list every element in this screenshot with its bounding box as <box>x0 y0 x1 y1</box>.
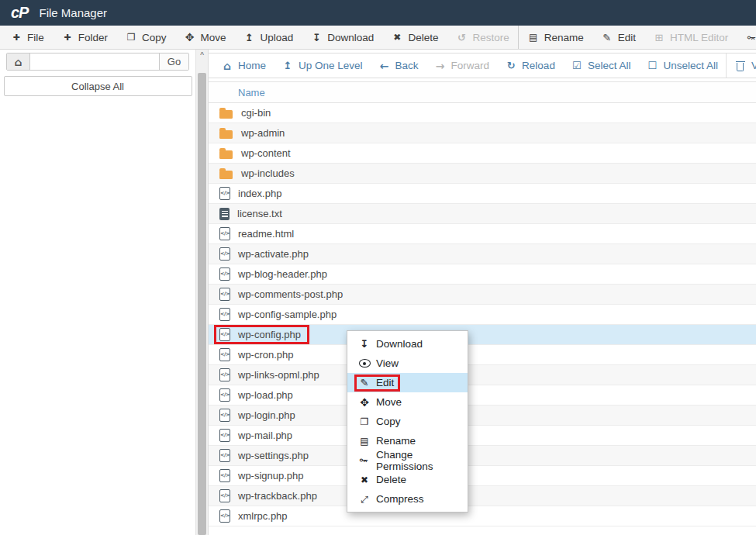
toolbar-button-html-editor[interactable]: HTML Editor <box>644 26 737 49</box>
file-row-wp-admin[interactable]: wp-admin <box>209 123 756 143</box>
sidebar: Go Collapse All <box>0 50 196 535</box>
file-row-wp-signup-php[interactable]: wp-signup.php <box>209 466 756 486</box>
file-row-wp-activate-php[interactable]: wp-activate.php <box>209 244 756 264</box>
toolbar-button-label: Copy <box>142 32 167 43</box>
toolbar-button-permissions[interactable]: Permissions <box>737 26 756 49</box>
toolbar-button-folder[interactable]: Folder <box>53 26 116 49</box>
trash-icon <box>734 60 747 72</box>
delete-icon <box>358 474 371 486</box>
eye-icon <box>358 357 371 370</box>
file-row-wp-cron-php[interactable]: wp-cron.php <box>209 345 756 365</box>
file-row-wp-blog-header-php[interactable]: wp-blog-header.php <box>209 264 756 285</box>
code-file-icon <box>219 489 230 502</box>
tree-scrollbar[interactable]: ^ <box>196 50 209 535</box>
menu-item-target: Delete <box>354 471 413 488</box>
nav-item-label: Up One Level <box>299 60 363 71</box>
nav-item-unselect-all[interactable]: Unselect All <box>638 54 726 78</box>
collapse-all-button[interactable]: Collapse All <box>4 76 192 96</box>
nav-item-reload[interactable]: Reload <box>497 54 563 78</box>
folder-icon <box>219 127 233 140</box>
context-menu-item-download[interactable]: Download <box>347 334 468 354</box>
context-menu-item-compress[interactable]: Compress <box>347 489 468 509</box>
menu-item-label: Change Permissions <box>376 449 461 472</box>
menu-item-target: Edit <box>354 374 400 392</box>
column-header-name[interactable]: Name <box>209 81 756 103</box>
file-list: cgi-bin wp-admin wp-content wp-includes … <box>209 103 756 526</box>
file-name: wp-signup.php <box>238 470 304 482</box>
nav-item-select-all[interactable]: Select All <box>563 54 639 78</box>
file-name: index.php <box>238 188 281 199</box>
menu-item-label: Edit <box>376 377 394 388</box>
file-row-target: wp-config.php <box>214 325 309 344</box>
file-row-wp-config-php[interactable]: wp-config.php <box>209 325 756 345</box>
file-row-wp-login-php[interactable]: wp-login.php <box>209 406 756 426</box>
up-level-icon <box>281 60 294 72</box>
toolbar-button-label: Download <box>327 32 374 43</box>
toolbar-button-copy[interactable]: Copy <box>116 26 175 49</box>
context-menu-item-change-permissions[interactable]: Change Permissions <box>347 450 468 470</box>
path-search-input[interactable] <box>30 54 159 70</box>
file-row-readme-html[interactable]: readme.html <box>209 224 756 244</box>
context-menu: Download View Edit Move Copy Rename Chan… <box>347 330 468 513</box>
file-row-wp-links-opml-php[interactable]: wp-links-opml.php <box>209 365 756 385</box>
toolbar-button-move[interactable]: Move <box>175 26 235 49</box>
nav-item-back[interactable]: Back <box>371 54 426 78</box>
file-row-index-php[interactable]: index.php <box>209 184 756 204</box>
restore-icon <box>455 31 468 43</box>
go-button[interactable]: Go <box>159 54 188 70</box>
file-row-wp-content[interactable]: wp-content <box>209 143 756 164</box>
home-icon <box>12 56 25 68</box>
toolbar-button-file[interactable]: File <box>2 26 53 49</box>
file-row-wp-mail-php[interactable]: wp-mail.php <box>209 426 756 446</box>
file-row-wp-comments-post-php[interactable]: wp-comments-post.php <box>209 285 756 305</box>
file-row-target: index.php <box>214 184 290 203</box>
toolbar-button-label: Folder <box>78 32 108 43</box>
file-name: wp-activate.php <box>238 248 309 260</box>
toolbar-button-edit[interactable]: Edit <box>592 26 644 49</box>
code-file-icon <box>219 469 230 482</box>
rename-icon <box>358 435 371 447</box>
copy-icon <box>358 416 371 428</box>
menu-item-label: Move <box>376 396 402 408</box>
scrollbar-thumb[interactable] <box>198 73 206 535</box>
file-row-target: wp-login.php <box>214 406 304 425</box>
nav-item-up-one-level[interactable]: Up One Level <box>274 54 371 78</box>
context-menu-item-move[interactable]: Move <box>347 392 468 412</box>
toolbar-button-rename[interactable]: Rename <box>518 26 592 49</box>
nav-item-label: Forward <box>451 60 490 71</box>
home-path-button[interactable] <box>7 54 30 70</box>
nav-item-home[interactable]: Home <box>213 54 274 78</box>
file-row-wp-includes[interactable]: wp-includes <box>209 164 756 184</box>
toolbar-button-restore[interactable]: Restore <box>447 26 517 49</box>
text-file-icon <box>219 208 230 220</box>
scroll-up-caret-icon[interactable]: ^ <box>196 51 208 60</box>
context-menu-item-edit[interactable]: Edit <box>347 373 468 392</box>
edit-icon <box>358 377 371 389</box>
main-toolbar: File Folder Copy Move Upload Download De… <box>0 26 756 50</box>
context-menu-item-view[interactable]: View <box>347 354 468 373</box>
cpanel-logo: cP <box>11 4 28 22</box>
file-row-target: wp-blog-header.php <box>214 264 336 284</box>
file-row-target: wp-content <box>214 144 299 163</box>
context-menu-item-copy[interactable]: Copy <box>347 412 468 431</box>
code-file-icon <box>219 288 230 301</box>
menu-item-label: Compress <box>376 493 424 505</box>
file-name: xmlrpc.php <box>238 510 288 522</box>
file-name: wp-load.php <box>238 389 293 401</box>
file-row-wp-trackback-php[interactable]: wp-trackback.php <box>209 486 756 506</box>
forward-icon <box>434 60 447 72</box>
file-row-license-txt[interactable]: license.txt <box>209 204 756 224</box>
file-row-target: wp-includes <box>214 164 303 183</box>
file-name: cgi-bin <box>241 107 271 119</box>
file-row-wp-settings-php[interactable]: wp-settings.php <box>209 446 756 466</box>
file-row-wp-config-sample-php[interactable]: wp-config-sample.php <box>209 305 756 325</box>
toolbar-button-delete[interactable]: Delete <box>382 26 447 49</box>
toolbar-button-download[interactable]: Download <box>302 26 382 49</box>
nav-item-forward[interactable]: Forward <box>426 54 498 78</box>
file-row-xmlrpc-php[interactable]: xmlrpc.php <box>209 506 756 526</box>
file-row-cgi-bin[interactable]: cgi-bin <box>209 103 756 123</box>
upload-icon <box>243 31 256 43</box>
file-row-wp-load-php[interactable]: wp-load.php <box>209 385 756 406</box>
toolbar-button-upload[interactable]: Upload <box>235 26 302 49</box>
nav-item-view-trash[interactable]: View Trash <box>726 54 756 78</box>
